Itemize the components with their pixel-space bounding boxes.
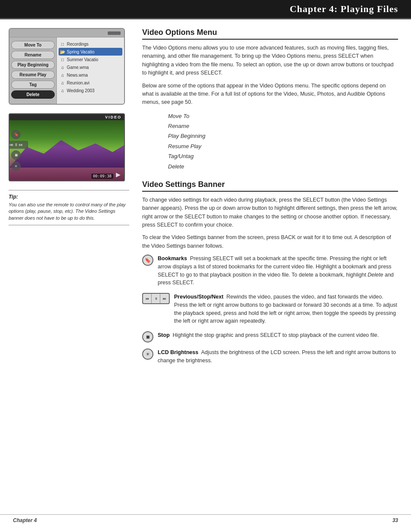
tip-box: Tip: You can also use the remote to cont… bbox=[9, 190, 129, 225]
video-label: VIDEO bbox=[105, 115, 121, 119]
options-item-move: Move To bbox=[168, 111, 398, 121]
file-item-summer[interactable]: □ Summer Vacatio bbox=[59, 56, 122, 63]
bookmark-feature-text: Bookmarks Pressing SELECT will set a boo… bbox=[158, 255, 398, 287]
media-icon-game: ♫ bbox=[59, 64, 65, 70]
file-label-news: News.wma bbox=[67, 73, 88, 78]
options-item-play: Play Beginning bbox=[168, 131, 398, 141]
lcd-feature-text: LCD Brightness Adjusts the brightness of… bbox=[158, 348, 398, 365]
file-label-spring: Spring Vacatio bbox=[67, 50, 94, 54]
play-indicator: ▶ bbox=[116, 171, 121, 178]
transport-feature-text: Previous/Stop/Next Rewinds the video, pa… bbox=[174, 293, 398, 325]
next-icon: ⏭ bbox=[19, 143, 23, 147]
file-label-wedding: Wedding 2003 bbox=[67, 88, 94, 93]
options-item-tag: Tag/Untag bbox=[168, 151, 398, 161]
file-list-panel: □ Recordings 📂 Spring Vacatio □ Summer V… bbox=[57, 37, 124, 104]
device-top-bar bbox=[9, 29, 124, 37]
chapter-title: Chapter 4: Playing Files bbox=[290, 3, 398, 14]
tip-text: You can also use the remote to control m… bbox=[9, 202, 129, 221]
file-item-reunion[interactable]: ♫ Reunion.avi bbox=[59, 79, 122, 87]
options-menu-panel: Move To Rename Play Beginning Resume Pla… bbox=[9, 37, 57, 104]
section2-para2: To clear the Video Settings banner from … bbox=[142, 233, 398, 250]
file-item-game[interactable]: ♫ Game.wma bbox=[59, 63, 122, 71]
menu-item-delete[interactable]: Delete bbox=[11, 90, 55, 99]
feature-stop: ⏹ Stop Highlight the stop graphic and pr… bbox=[142, 331, 398, 342]
prev-icon: ⏮ bbox=[9, 143, 13, 147]
device-body: Move To Rename Play Beginning Resume Pla… bbox=[9, 37, 124, 104]
options-menu-list: Move To Rename Play Beginning Resume Pla… bbox=[168, 111, 398, 171]
video-player-ui: VIDEO 🔖 ⏮ ⏸ ⏭ ⏹ ☀ ▶ 00:09:38 bbox=[9, 113, 125, 181]
video-screen: 🔖 ⏮ ⏸ ⏭ ⏹ ☀ ▶ 00:09:38 bbox=[9, 120, 124, 180]
chapter-header: Chapter 4: Playing Files bbox=[0, 0, 411, 19]
media-icon-news: ♫ bbox=[59, 72, 65, 78]
left-column: Move To Rename Play Beginning Resume Pla… bbox=[0, 28, 134, 380]
file-label-recordings: Recordings bbox=[67, 42, 89, 47]
footer-right: 33 bbox=[392, 517, 398, 523]
transport-feature-icon: ⏮ ⏸ ⏭ bbox=[142, 293, 170, 304]
file-label-game: Game.wma bbox=[67, 65, 89, 70]
pause-icon: ⏸ bbox=[14, 143, 18, 147]
feature-bookmarks: 🔖 Bookmarks Pressing SELECT will set a b… bbox=[142, 255, 398, 287]
menu-item-move[interactable]: Move To bbox=[11, 41, 55, 49]
folder-open-icon: 📂 bbox=[59, 49, 65, 55]
stop-feature-icon: ⏹ bbox=[142, 331, 153, 342]
file-browser-ui: Move To Rename Play Beginning Resume Pla… bbox=[9, 28, 125, 105]
section2-para1: To change video settings for each video … bbox=[142, 196, 398, 230]
options-item-resume: Resume Play bbox=[168, 141, 398, 151]
prev-btn-icon: ⏮ bbox=[143, 294, 152, 303]
lcd-icon-area: ☀ bbox=[142, 348, 153, 360]
options-item-rename: Rename bbox=[168, 121, 398, 131]
right-column: Video Options Menu The Video Options men… bbox=[134, 28, 411, 380]
pause-btn-icon: ⏸ bbox=[152, 294, 160, 303]
file-item-spring[interactable]: 📂 Spring Vacatio bbox=[59, 48, 122, 56]
page-footer: Chapter 4 33 bbox=[0, 514, 411, 523]
tip-label: Tip: bbox=[9, 194, 129, 200]
menu-item-tag[interactable]: Tag bbox=[11, 81, 55, 89]
bookmark-title: Bookmarks bbox=[158, 255, 187, 261]
top-indicator bbox=[108, 31, 121, 35]
video-title-bar: VIDEO bbox=[9, 114, 124, 120]
transport-title: Previous/Stop/Next bbox=[174, 294, 224, 300]
section1-para1: The Video Options menu allows you to use… bbox=[142, 44, 398, 78]
file-item-news[interactable]: ♫ News.wma bbox=[59, 71, 122, 79]
options-item-delete: Delete bbox=[168, 162, 398, 171]
section2-title: Video Settings Banner bbox=[142, 180, 398, 192]
stop-ctrl-icon[interactable]: ⏹ bbox=[11, 150, 21, 160]
feature-lcd: ☀ LCD Brightness Adjusts the brightness … bbox=[142, 348, 398, 365]
menu-item-rename[interactable]: Rename bbox=[11, 51, 55, 59]
folder-icon: □ bbox=[59, 41, 65, 47]
stop-title: Stop bbox=[158, 332, 170, 338]
menu-item-play-beginning[interactable]: Play Beginning bbox=[11, 61, 55, 69]
video-mountain-bg bbox=[9, 133, 124, 168]
footer-left: Chapter 4 bbox=[13, 517, 37, 523]
video-controls-overlay: 🔖 ⏮ ⏸ ⏭ ⏹ ☀ bbox=[9, 120, 22, 180]
file-label-reunion: Reunion.avi bbox=[67, 81, 90, 85]
section1-para2: Below are some of the options that appea… bbox=[142, 82, 398, 107]
stop-icon-area: ⏹ bbox=[142, 331, 153, 342]
transport-ctrl-icon[interactable]: ⏮ ⏸ ⏭ bbox=[9, 141, 28, 149]
transport-icon-area: ⏮ ⏸ ⏭ bbox=[142, 293, 170, 304]
media-icon-reunion: ♫ bbox=[59, 80, 65, 86]
media-icon-wedding: ♫ bbox=[59, 87, 65, 93]
file-item-recordings[interactable]: □ Recordings bbox=[59, 40, 122, 48]
stop-feature-text: Stop Highlight the stop graphic and pres… bbox=[158, 331, 379, 339]
time-display: 00:09:38 bbox=[91, 174, 113, 179]
feature-transport: ⏮ ⏸ ⏭ Previous/Stop/Next Rewinds the vid… bbox=[142, 293, 398, 325]
next-btn-icon: ⏭ bbox=[160, 294, 169, 303]
bookmark-feature-icon: 🔖 bbox=[142, 255, 153, 266]
file-item-wedding[interactable]: ♫ Wedding 2003 bbox=[59, 87, 122, 94]
bookmark-icon-area: 🔖 bbox=[142, 255, 153, 266]
section1-title: Video Options Menu bbox=[142, 28, 398, 40]
file-label-summer: Summer Vacatio bbox=[67, 57, 98, 62]
bookmark-ctrl-icon[interactable]: 🔖 bbox=[11, 130, 21, 139]
folder-icon-summer: □ bbox=[59, 56, 65, 62]
lcd-title: LCD Brightness bbox=[158, 349, 198, 355]
menu-item-resume[interactable]: Resume Play bbox=[11, 71, 55, 79]
lcd-feature-icon: ☀ bbox=[142, 348, 153, 360]
lcd-ctrl-icon[interactable]: ☀ bbox=[11, 162, 21, 171]
